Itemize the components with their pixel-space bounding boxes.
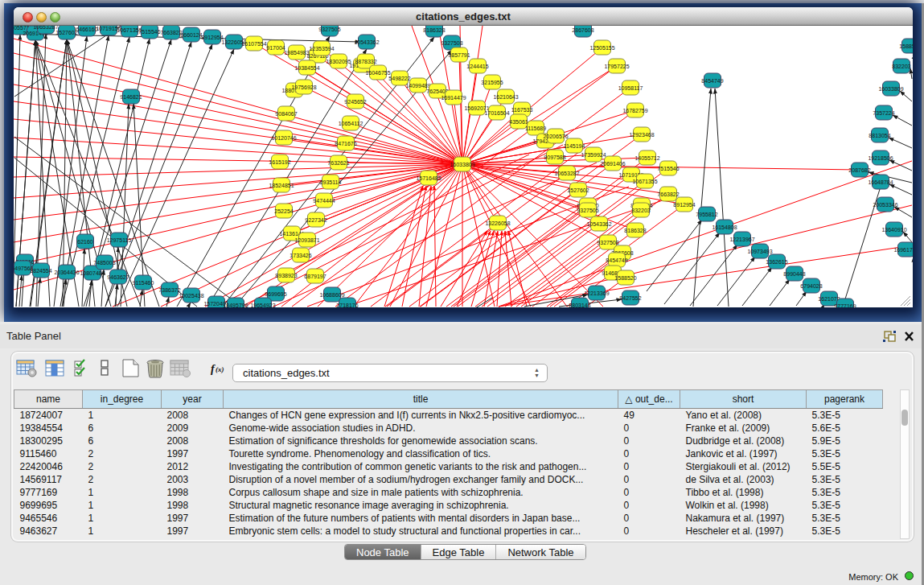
svg-text:8186328: 8186328 bbox=[624, 228, 646, 233]
svg-text:7955812: 7955812 bbox=[696, 212, 717, 217]
svg-text:10543362: 10543362 bbox=[354, 39, 379, 45]
svg-text:19854983: 19854983 bbox=[284, 50, 309, 56]
svg-text:9857791: 9857791 bbox=[448, 52, 470, 58]
svg-text:435061: 435061 bbox=[509, 119, 528, 125]
svg-text:9474444: 9474444 bbox=[313, 198, 335, 204]
svg-text:1588520: 1588520 bbox=[614, 275, 636, 281]
svg-text:8912954: 8912954 bbox=[201, 35, 223, 40]
svg-text:18524851: 18524851 bbox=[269, 183, 294, 188]
svg-text:7663822: 7663822 bbox=[160, 30, 182, 35]
svg-text:12353594: 12353594 bbox=[309, 46, 334, 51]
svg-text:10671355: 10671355 bbox=[632, 179, 657, 184]
svg-text:16033809: 16033809 bbox=[450, 162, 474, 167]
svg-text:6879197: 6879197 bbox=[304, 274, 326, 279]
svg-text:7515546: 7515546 bbox=[138, 29, 160, 35]
svg-text:14099489: 14099489 bbox=[405, 83, 430, 89]
svg-text:252254: 252254 bbox=[274, 208, 293, 214]
svg-text:7515546: 7515546 bbox=[657, 166, 679, 171]
svg-text:1115689: 1115689 bbox=[525, 126, 546, 131]
svg-text:8454749: 8454749 bbox=[606, 257, 627, 263]
svg-text:16107554: 16107554 bbox=[241, 41, 266, 47]
svg-text:12213967: 12213967 bbox=[729, 237, 754, 242]
svg-text:2867608: 2867608 bbox=[572, 27, 593, 33]
svg-text:2087682: 2087682 bbox=[848, 167, 870, 173]
svg-text:9327505: 9327505 bbox=[318, 27, 340, 32]
svg-text:1588520: 1588520 bbox=[899, 43, 913, 49]
svg-text:7485003: 7485003 bbox=[93, 260, 115, 266]
svg-text:12923468: 12923468 bbox=[629, 132, 654, 138]
svg-text:10120746: 10120746 bbox=[271, 135, 296, 141]
svg-text:2935114: 2935114 bbox=[320, 179, 342, 185]
svg-text:1733426: 1733426 bbox=[290, 253, 311, 258]
svg-text:1615192: 1615192 bbox=[269, 159, 290, 165]
svg-text:1167533: 1167533 bbox=[511, 107, 533, 113]
svg-text:19384554: 19384554 bbox=[294, 65, 319, 71]
svg-text:5498222: 5498222 bbox=[388, 76, 410, 81]
svg-text:8938923: 8938923 bbox=[275, 273, 297, 278]
svg-text:20364436: 20364436 bbox=[54, 270, 79, 275]
svg-text:10688609: 10688609 bbox=[319, 292, 344, 298]
svg-text:19654923: 19654923 bbox=[250, 303, 275, 308]
svg-text:(x): (x) bbox=[216, 365, 224, 373]
svg-text:10653287: 10653287 bbox=[33, 26, 58, 30]
svg-text:16782759: 16782759 bbox=[622, 108, 647, 113]
svg-text:6466160: 6466160 bbox=[76, 27, 97, 32]
svg-text:6794028: 6794028 bbox=[800, 283, 822, 289]
svg-text:2803144: 2803144 bbox=[569, 303, 590, 308]
svg-text:8471676: 8471676 bbox=[335, 141, 356, 146]
svg-text:13226058: 13226058 bbox=[485, 220, 510, 226]
svg-text:16033809: 16033809 bbox=[878, 86, 903, 92]
svg-text:1145194: 1145194 bbox=[564, 143, 585, 149]
svg-text:12213369: 12213369 bbox=[584, 290, 609, 296]
svg-text:9146821: 9146821 bbox=[120, 94, 142, 100]
svg-text:1362615: 1362615 bbox=[766, 259, 787, 265]
svg-text:19756928: 19756928 bbox=[291, 84, 316, 90]
svg-text:10653287: 10653287 bbox=[554, 171, 579, 176]
svg-text:19218506: 19218506 bbox=[868, 155, 893, 161]
svg-text:2718176: 2718176 bbox=[336, 303, 358, 308]
svg-text:8427552: 8427552 bbox=[619, 295, 641, 301]
svg-text:9327508: 9327508 bbox=[597, 240, 618, 245]
svg-text:9777169: 9777169 bbox=[834, 303, 856, 308]
svg-text:8660124: 8660124 bbox=[180, 32, 202, 38]
svg-text:16154808: 16154808 bbox=[712, 225, 737, 230]
svg-text:10543362: 10543362 bbox=[586, 221, 611, 227]
svg-text:9097588: 9097588 bbox=[544, 154, 565, 160]
svg-text:7386372: 7386372 bbox=[158, 287, 180, 293]
svg-text:1244415: 1244415 bbox=[466, 64, 488, 69]
svg-text:9327508: 9327508 bbox=[441, 40, 462, 46]
svg-text:9463627: 9463627 bbox=[107, 274, 129, 280]
svg-text:10973493: 10973493 bbox=[747, 249, 772, 254]
svg-text:16961758: 16961758 bbox=[893, 247, 913, 253]
svg-text:9245652: 9245652 bbox=[344, 99, 366, 105]
svg-text:10654112: 10654112 bbox=[339, 121, 363, 126]
svg-text:8813054: 8813054 bbox=[869, 133, 890, 138]
svg-text:832203: 832203 bbox=[631, 208, 650, 213]
svg-text:9327505: 9327505 bbox=[577, 208, 598, 213]
svg-text:12505155: 12505155 bbox=[589, 45, 614, 51]
svg-text:12975115: 12975115 bbox=[107, 237, 132, 243]
svg-text:7357224: 7357224 bbox=[873, 110, 894, 116]
svg-text:10807487: 10807487 bbox=[80, 270, 105, 276]
svg-text:8454749: 8454749 bbox=[701, 78, 723, 84]
svg-text:10025438: 10025438 bbox=[179, 293, 203, 299]
svg-text:17016504: 17016504 bbox=[484, 110, 509, 116]
svg-text:1527602: 1527602 bbox=[567, 187, 589, 193]
svg-text:20053346: 20053346 bbox=[873, 202, 897, 208]
svg-text:15716485: 15716485 bbox=[416, 175, 441, 181]
svg-text:832203: 832203 bbox=[892, 64, 910, 69]
svg-text:14055712: 14055712 bbox=[634, 155, 659, 161]
svg-text:16210643: 16210643 bbox=[493, 94, 518, 100]
svg-text:917004: 917004 bbox=[266, 45, 285, 51]
svg-text:13640910: 13640910 bbox=[881, 227, 906, 233]
svg-text:8186328: 8186328 bbox=[423, 27, 445, 33]
svg-text:20206576: 20206576 bbox=[543, 134, 568, 139]
svg-text:9115460: 9115460 bbox=[133, 280, 154, 286]
svg-text:9699695: 9699695 bbox=[265, 291, 286, 297]
svg-text:18302095: 18302095 bbox=[326, 59, 351, 64]
svg-text:8990448: 8990448 bbox=[783, 271, 805, 277]
svg-text:8912954: 8912954 bbox=[673, 202, 695, 208]
svg-text:10958117: 10958117 bbox=[618, 85, 643, 91]
svg-text:16648784: 16648784 bbox=[868, 179, 893, 185]
svg-text:8878332: 8878332 bbox=[355, 59, 376, 64]
